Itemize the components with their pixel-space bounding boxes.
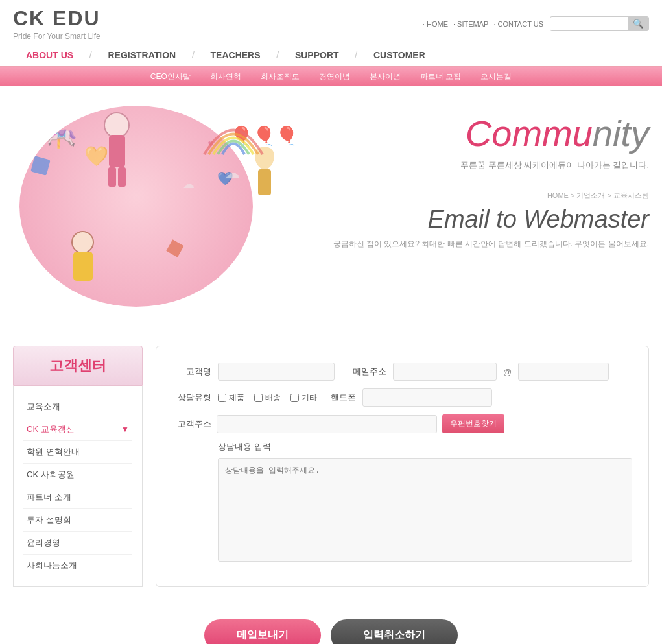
sidebar-item-community[interactable]: 사회나눔소개 [23, 555, 132, 577]
header-link-home[interactable]: · HOME [423, 20, 448, 28]
nav-item-about[interactable]: ABOUT US [13, 50, 86, 60]
checkbox-product[interactable] [218, 394, 226, 402]
nav-sep-4: / [352, 49, 361, 61]
checkbox-delivery[interactable] [254, 394, 263, 402]
checkbox-item-delivery[interactable]: 배송 [254, 392, 281, 403]
header-right: · HOME · SITEMAP · CONTACT US 🔍 [423, 16, 649, 31]
main-content: 고객센터 교육소개 CK 교육갱신 ▼ 학원 연혁안내 CK 사회공원 파트너 … [0, 333, 662, 600]
sidebar-item-edu[interactable]: 교육소개 [23, 396, 132, 418]
form-row-address: 고객주소 우편번호찾기 [172, 414, 632, 433]
hero-illustration: 🎠 💛 💙 [13, 99, 305, 320]
subnav-item-org[interactable]: 회사조직도 [261, 71, 300, 82]
sidebar-title: 고객센터 [23, 356, 132, 376]
form-buttons: 메일보내기 입력취소하기 [0, 613, 662, 644]
checkbox-item-other[interactable]: 기타 [290, 392, 317, 403]
at-sign: @ [503, 367, 512, 377]
header-link-sitemap[interactable]: · SITEMAP [453, 20, 488, 28]
sidebar-item-partner[interactable]: 파트너 소개 [23, 486, 132, 509]
label-email: 메일주소 [341, 366, 386, 377]
sidebar-header: 고객센터 [13, 346, 143, 386]
form-textarea-wrap [218, 458, 632, 564]
postcode-button[interactable]: 우편번호찾기 [442, 414, 504, 433]
subnav-item-branch[interactable]: 본사이념 [370, 71, 401, 82]
label-type: 상담유형 [172, 392, 211, 403]
nav-item-customer[interactable]: CUSTOMER [361, 50, 438, 60]
subnav-item-mgmt[interactable]: 경영이념 [319, 71, 350, 82]
page-desc: 궁금하신 점이 있으세요? 최대한 빠른 시간안에 답변해 드리겠습니다. 무엇… [331, 239, 649, 250]
input-email-local[interactable] [393, 363, 497, 381]
input-address[interactable] [217, 415, 437, 433]
logo-subtitle: Pride For Your Smart Life [13, 32, 100, 41]
checkbox-other-label: 기타 [301, 392, 317, 403]
label-name: 고객명 [172, 366, 211, 377]
input-email-domain[interactable] [518, 363, 609, 381]
sidebar: 고객센터 교육소개 CK 교육갱신 ▼ 학원 연혁안내 CK 사회공원 파트너 … [13, 346, 143, 587]
input-name[interactable] [218, 363, 335, 381]
sidebar-item-ethics[interactable]: 윤리경영 [23, 532, 132, 555]
checkbox-other[interactable] [290, 394, 299, 402]
sidebar-item-social[interactable]: CK 사회공원 [23, 464, 132, 486]
header-link-contact[interactable]: · CONTACT US [493, 20, 543, 28]
sidebar-item-academyinfo[interactable]: 학원 연혁안내 [23, 441, 132, 464]
search-input[interactable] [550, 18, 628, 30]
input-phone[interactable] [362, 388, 492, 407]
nav-sep-1: / [86, 49, 95, 61]
nav-sep-2: / [189, 49, 197, 61]
subnav-item-history[interactable]: 회사연혁 [210, 71, 241, 82]
label-address: 고객주소 [172, 418, 211, 430]
community-title-part2: nity [593, 113, 649, 154]
form-area: 고객명 메일주소 @ 상담유형 제품 배송 기타 [156, 346, 649, 587]
label-phone: 핸드폰 [324, 392, 356, 403]
form-row-name-email: 고객명 메일주소 @ [172, 363, 632, 381]
logo-title: CK EDU [13, 6, 100, 30]
header-search: 🔍 [550, 16, 649, 31]
sidebar-menu: 교육소개 CK 교육갱신 ▼ 학원 연혁안내 CK 사회공원 파트너 소개 투자… [13, 386, 143, 587]
main-nav: ABOUT US / REGISTRATION / TEACHERS / SUP… [0, 44, 662, 67]
nav-sep-3: / [274, 49, 282, 61]
community-title: Community [331, 112, 649, 154]
nav-item-support[interactable]: SUPPORT [282, 50, 352, 60]
search-button[interactable]: 🔍 [628, 17, 648, 30]
community-title-part1: Commu [466, 113, 593, 154]
header-links: · HOME · SITEMAP · CONTACT US [423, 20, 543, 28]
sidebar-item-renewal[interactable]: CK 교육갱신 ▼ [23, 418, 132, 441]
sidebar-item-renewal-label: CK 교육갱신 [27, 423, 75, 435]
community-sub: 푸른꿈 푸른세상 씨케이에듀이 나아가는 길입니다. [331, 160, 649, 171]
nav-item-teachers[interactable]: TEACHERS [198, 50, 274, 60]
page-title: Email to Webmaster [331, 206, 649, 233]
sidebar-item-invest[interactable]: 투자 설명회 [23, 509, 132, 532]
breadcrumb: HOME > 기업소개 > 교육시스템 [331, 191, 649, 200]
hero-section: 🎠 💛 💙 [0, 86, 662, 333]
subnav-item-location[interactable]: 오시는길 [480, 71, 512, 82]
subnav: CEO인사말 회사연혁 회사조직도 경영이념 본사이념 파트너 모집 오시는길 [0, 67, 662, 86]
hero-text-area: Community 푸른꿈 푸른세상 씨케이에듀이 나아가는 길입니다. HOM… [305, 99, 649, 250]
form-textarea[interactable] [218, 458, 632, 562]
logo-area: CK EDU Pride For Your Smart Life [13, 6, 100, 41]
send-button[interactable]: 메일보내기 [204, 619, 321, 644]
form-row-type-phone: 상담유형 제품 배송 기타 핸드폰 [172, 388, 632, 407]
header: CK EDU Pride For Your Smart Life · HOME … [0, 0, 662, 41]
chevron-down-icon: ▼ [121, 425, 129, 434]
subnav-item-ceo[interactable]: CEO인사말 [150, 71, 191, 82]
checkbox-product-label: 제품 [229, 392, 244, 403]
checkbox-item-product[interactable]: 제품 [218, 392, 244, 403]
checkbox-group: 제품 배송 기타 [218, 392, 317, 403]
checkbox-delivery-label: 배송 [265, 392, 281, 403]
subnav-item-partner[interactable]: 파트너 모집 [420, 71, 461, 82]
form-content-label: 상담내용 입력 [218, 441, 632, 453]
nav-item-registration[interactable]: REGISTRATION [95, 50, 189, 60]
cancel-button[interactable]: 입력취소하기 [331, 619, 458, 644]
